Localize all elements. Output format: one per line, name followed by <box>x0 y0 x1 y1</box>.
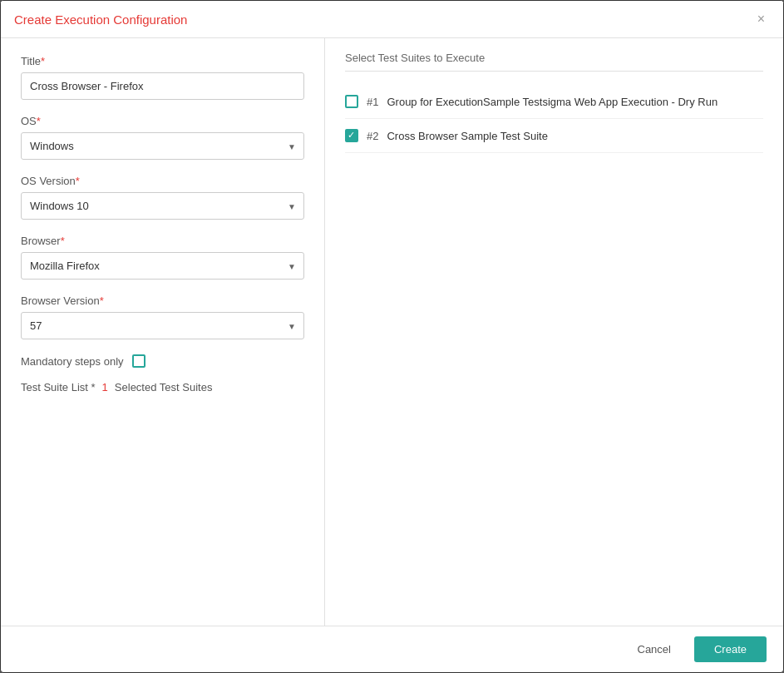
create-execution-dialog: Create Execution Configuration × Title* … <box>0 0 784 673</box>
suite-item-1: #1 Group for ExecutionSample Testsigma W… <box>345 85 763 119</box>
mandatory-steps-checkbox[interactable] <box>132 354 145 368</box>
os-select-wrapper: Windows macOS Linux ▼ <box>21 132 304 160</box>
dialog-header: Create Execution Configuration × <box>1 1 783 38</box>
browser-version-label: Browser Version* <box>21 294 304 307</box>
browser-label: Browser* <box>21 235 304 247</box>
suite-checkbox-1[interactable] <box>345 95 358 108</box>
os-select[interactable]: Windows macOS Linux <box>21 132 304 160</box>
browser-version-select-wrapper: 57 56 55 ▼ <box>21 312 304 339</box>
selected-test-suites-label: Selected Test Suites <box>115 381 213 393</box>
right-panel: Select Test Suites to Execute #1 Group f… <box>325 38 783 626</box>
test-suite-count: 1 <box>102 381 108 393</box>
os-version-select[interactable]: Windows 10 Windows 7 Windows 8 <box>21 192 304 220</box>
suite-number-1: #1 <box>367 96 378 108</box>
right-section-title: Select Test Suites to Execute <box>345 52 763 72</box>
suite-checkbox-2[interactable] <box>345 129 358 142</box>
cancel-button[interactable]: Cancel <box>624 636 684 662</box>
browser-select[interactable]: Mozilla Firefox Google Chrome Internet E… <box>21 252 304 280</box>
browser-version-select[interactable]: 57 56 55 <box>21 312 304 339</box>
title-input[interactable] <box>21 72 304 100</box>
browser-field-group: Browser* Mozilla Firefox Google Chrome I… <box>21 235 304 280</box>
mandatory-steps-label: Mandatory steps only <box>21 355 124 368</box>
close-button[interactable]: × <box>752 11 770 27</box>
mandatory-steps-row: Mandatory steps only <box>21 354 304 368</box>
test-suite-list-label: Test Suite List * <box>21 381 96 393</box>
browser-select-wrapper: Mozilla Firefox Google Chrome Internet E… <box>21 252 304 280</box>
test-suite-list-row: Test Suite List * 1 Selected Test Suites <box>21 381 304 393</box>
create-button[interactable]: Create <box>694 636 767 662</box>
suite-name-2: Cross Browser Sample Test Suite <box>387 130 547 142</box>
suite-name-1: Group for ExecutionSample Testsigma Web … <box>387 96 717 108</box>
title-field-group: Title* <box>21 55 304 100</box>
browser-version-field-group: Browser Version* 57 56 55 ▼ <box>21 294 304 339</box>
os-version-select-wrapper: Windows 10 Windows 7 Windows 8 ▼ <box>21 192 304 220</box>
os-label: OS* <box>21 115 304 127</box>
title-label: Title* <box>21 55 304 67</box>
os-field-group: OS* Windows macOS Linux ▼ <box>21 115 304 160</box>
dialog-footer: Cancel Create <box>1 626 783 672</box>
os-version-field-group: OS Version* Windows 10 Windows 7 Windows… <box>21 175 304 220</box>
dialog-body: Title* OS* Windows macOS Linux ▼ <box>1 38 783 626</box>
dialog-title: Create Execution Configuration <box>14 12 187 27</box>
suite-item-2: #2 Cross Browser Sample Test Suite <box>345 119 763 153</box>
os-version-label: OS Version* <box>21 175 304 187</box>
suite-number-2: #2 <box>367 130 378 142</box>
left-panel: Title* OS* Windows macOS Linux ▼ <box>1 38 325 626</box>
